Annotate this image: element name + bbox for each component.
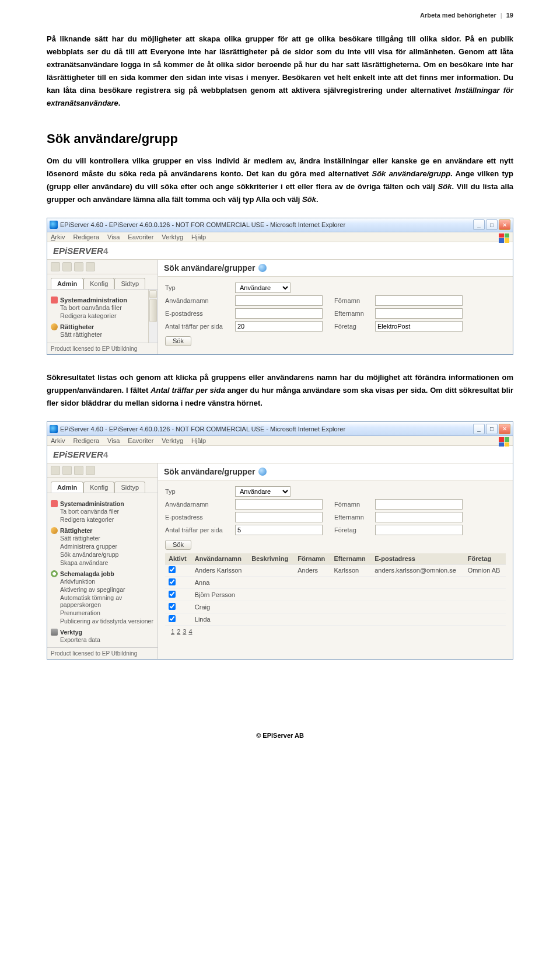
main-panel: Sök användare/grupper Typ Användare Anvä… [158, 260, 513, 354]
maximize-button[interactable]: □ [486, 219, 498, 230]
menu-view[interactable]: Visa [107, 437, 120, 444]
sidebar-item[interactable]: Administrera grupper [60, 542, 155, 550]
menu-view[interactable]: Visa [107, 233, 120, 240]
antal-input[interactable] [235, 321, 323, 332]
sidebar-group-rattigheter[interactable]: Rättigheter [51, 323, 146, 330]
col-foretag[interactable]: Företag [464, 553, 506, 564]
foretag-input[interactable] [375, 525, 463, 535]
sidebar-item[interactable]: Arkivfunktion [60, 577, 155, 585]
toolbar-icon-3[interactable] [74, 466, 83, 475]
typ-select[interactable]: Användare [235, 283, 290, 293]
toolbar-icon-3[interactable] [74, 262, 83, 271]
tab-sidtyp[interactable]: Sidtyp [114, 278, 145, 289]
sidebar-group-sysadmin[interactable]: Systemadministration [51, 297, 146, 304]
table-row[interactable]: Anders KarlssonAndersKarlssonanders.karl… [165, 564, 506, 577]
toolbar-icon-4[interactable] [86, 262, 95, 271]
col-beskrivning[interactable]: Beskrivning [248, 553, 294, 564]
sidebar-item[interactable]: Exportera data [60, 636, 155, 644]
menu-favorites[interactable]: Eavoriter [128, 233, 153, 240]
sidebar-group-rattigheter[interactable]: Rättigheter [51, 527, 155, 534]
fornamn-input[interactable] [375, 499, 463, 510]
pager-link[interactable]: 2 [177, 628, 180, 635]
efternamn-input[interactable] [375, 512, 463, 522]
toolbar-icon-1[interactable] [51, 262, 60, 271]
results-table: Aktivt Användarnamn Beskrivning Förnamn … [165, 553, 506, 626]
close-button[interactable]: ✕ [499, 219, 510, 230]
epost-input[interactable] [235, 512, 323, 522]
sidebar-item[interactable]: Ta bort oanvända filer [60, 507, 155, 515]
sidebar-item[interactable]: Publicering av tidsstyrda versioner [60, 617, 155, 625]
sidebar-item[interactable]: Redigera kategorier [60, 515, 155, 524]
tab-admin[interactable]: Admin [51, 482, 83, 493]
table-row[interactable]: Björn Persson [165, 589, 506, 601]
sidebar-group-sysadmin-label: Systemadministration [60, 500, 124, 507]
menu-file[interactable]: Arkiv [51, 437, 65, 444]
menu-edit[interactable]: Redigera [73, 437, 99, 444]
active-checkbox[interactable] [169, 615, 176, 622]
tab-konfig[interactable]: Konfig [83, 482, 114, 493]
menu-help[interactable]: Hjälp [191, 233, 206, 240]
sok-button[interactable]: Sök [165, 540, 191, 550]
menu-help[interactable]: Hjälp [191, 437, 206, 444]
sidebar-item[interactable]: Prenumeration [60, 609, 155, 617]
sidebar-item[interactable]: Ta bort oanvända filer [60, 304, 146, 312]
table-row[interactable]: Linda [165, 613, 506, 626]
sok-button[interactable]: Sök [165, 336, 191, 346]
toolbar-icon-2[interactable] [62, 466, 72, 475]
sidebar-item[interactable]: Sätt rättigheter [60, 534, 155, 542]
sidebar-group-verktyg[interactable]: Verktyg [51, 629, 155, 636]
table-row[interactable]: Craig [165, 601, 506, 613]
toolbar-icon-4[interactable] [86, 466, 95, 475]
anvandarnamn-input[interactable] [235, 499, 323, 510]
tab-admin[interactable]: Admin [51, 278, 83, 289]
help-icon[interactable] [258, 468, 267, 476]
tab-konfig[interactable]: Konfig [83, 278, 114, 289]
epost-input[interactable] [235, 308, 323, 319]
anvandarnamn-input[interactable] [235, 295, 323, 306]
pager-link[interactable]: 1 [171, 628, 174, 635]
col-epost[interactable]: E-postadress [371, 553, 464, 564]
foretag-input[interactable] [375, 321, 463, 332]
sidebar-item[interactable]: Redigera kategorier [60, 312, 146, 320]
menu-tools[interactable]: Verktyg [162, 437, 183, 444]
sidebar-item[interactable]: Aktivering av speglingar [60, 585, 155, 594]
close-button[interactable]: ✕ [499, 424, 510, 434]
table-row[interactable]: Anna [165, 577, 506, 589]
search-form: Typ Användare Användarnamn Förnamn E-pos… [158, 480, 513, 642]
sidebar-scrollbar[interactable] [148, 290, 158, 343]
active-checkbox[interactable] [169, 578, 176, 585]
sidebar-item[interactable]: Automatisk tömning av papperskorgen [60, 594, 155, 609]
col-aktivt[interactable]: Aktivt [165, 553, 191, 564]
tab-sidtyp[interactable]: Sidtyp [114, 482, 145, 493]
sidebar-group-schema-label: Schemalagda jobb [60, 570, 114, 577]
active-checkbox[interactable] [169, 603, 176, 610]
sidebar-group-schema[interactable]: Schemalagda jobb [51, 570, 155, 577]
col-fornamn[interactable]: Förnamn [294, 553, 330, 564]
toolbar-icon-2[interactable] [62, 262, 72, 271]
sidebar-group-sysadmin[interactable]: Systemadministration [51, 500, 155, 507]
menu-favorites[interactable]: Eavoriter [128, 437, 153, 444]
menu-tools[interactable]: Verktyg [162, 233, 183, 240]
minimize-button[interactable]: _ [473, 219, 485, 230]
menu-edit[interactable]: Redigera [73, 233, 99, 240]
scroll-up-icon[interactable] [149, 290, 157, 298]
sidebar-item[interactable]: Sätt rättigheter [60, 330, 146, 339]
typ-select[interactable]: Användare [235, 486, 290, 497]
scroll-thumb[interactable] [149, 299, 157, 322]
col-efternamn[interactable]: Efternamn [330, 553, 371, 564]
sidebar-item[interactable]: Skapa användare [60, 559, 155, 567]
active-checkbox[interactable] [169, 566, 176, 573]
pager-link[interactable]: 3 [183, 628, 186, 635]
menu-file[interactable]: Arkiv [51, 233, 65, 240]
active-checkbox[interactable] [169, 591, 176, 598]
sidebar-item[interactable]: Sök användare/grupp [60, 550, 155, 559]
fornamn-input[interactable] [375, 295, 463, 306]
col-anvandarnamn[interactable]: Användarnamn [191, 553, 249, 564]
maximize-button[interactable]: □ [486, 424, 498, 434]
pager-link[interactable]: 4 [188, 628, 192, 635]
minimize-button[interactable]: _ [473, 424, 485, 434]
help-icon[interactable] [258, 264, 267, 272]
toolbar-icon-1[interactable] [51, 466, 60, 475]
efternamn-input[interactable] [375, 308, 463, 319]
antal-input[interactable] [235, 525, 323, 535]
